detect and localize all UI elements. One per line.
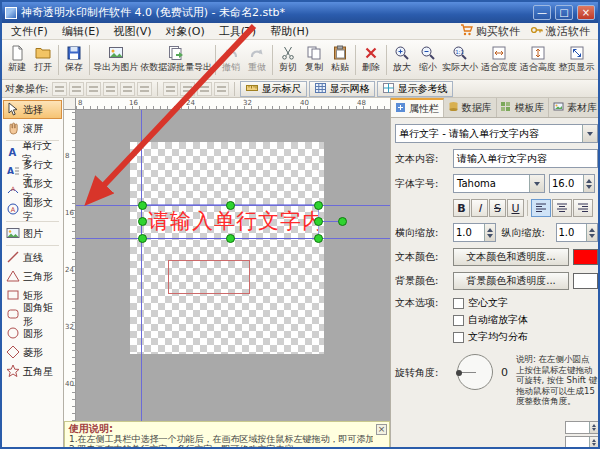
show-grid-toggle[interactable]: 显示网格	[309, 81, 375, 97]
toolbar-zoom-out[interactable]: 缩小	[415, 44, 441, 75]
bg-color-button[interactable]: 背景颜色和透明度...	[453, 272, 569, 290]
selection-handle[interactable]	[314, 217, 323, 226]
menu-tools[interactable]: 工具(T)	[212, 23, 263, 40]
strikethrough-button[interactable]: S	[489, 199, 506, 217]
selection-handle[interactable]	[226, 201, 235, 210]
toolbar-export-image[interactable]: 导出为图片	[92, 44, 139, 75]
distribute-horizontal-icon[interactable]	[163, 82, 178, 96]
align-right-icon[interactable]	[86, 82, 101, 96]
minimize-button[interactable]: —	[533, 5, 551, 20]
hscale-spinner[interactable]: 1.0	[453, 223, 496, 242]
grid-icon	[315, 83, 326, 95]
selection-handle[interactable]	[314, 234, 323, 243]
export-image-icon	[107, 45, 125, 61]
menu-object[interactable]: 对象(O)	[159, 23, 212, 40]
menu-file[interactable]: 文件(F)	[4, 23, 55, 40]
menu-help[interactable]: 帮助(H)	[263, 23, 316, 40]
toolbar-redo[interactable]: 重做	[244, 44, 270, 75]
align-center-button[interactable]	[552, 199, 572, 217]
tool-select[interactable]: 选择	[3, 100, 62, 119]
info-close-button[interactable]: ×	[376, 424, 387, 435]
toolbar-batch-export[interactable]: 依数据源批量导出	[139, 44, 213, 75]
ruler-number: 32	[65, 323, 74, 331]
toolbar-actual-size[interactable]: 1:1实际大小	[441, 44, 480, 75]
hollow-text-checkbox[interactable]: 空心文字	[453, 296, 508, 310]
maximize-button[interactable]: □	[555, 5, 573, 20]
object-selector-dropdown[interactable]: 单行文字 - 请输入单行文字内容	[395, 124, 598, 143]
toolbar-fit-page[interactable]: 整页显示	[557, 44, 596, 75]
toolbar-undo[interactable]: 撤销	[218, 44, 244, 75]
align-right-button[interactable]	[573, 199, 593, 217]
toolbar-fit-width[interactable]: 适合宽度	[480, 44, 519, 75]
tool-pan[interactable]: 滚屏	[3, 119, 62, 138]
text-color-button[interactable]: 文本颜色和透明度...	[453, 248, 569, 266]
tab-materials[interactable]: 素材库	[549, 98, 600, 117]
activate-software-button[interactable]: 激活软件	[530, 24, 590, 39]
mini-spinner-2[interactable]	[565, 436, 599, 449]
tool-line[interactable]: 直线	[3, 248, 62, 267]
tab-templates[interactable]: 模板库	[497, 98, 550, 117]
menu-view[interactable]: 视图(V)	[106, 23, 158, 40]
auto-scale-font-checkbox[interactable]: 自动缩放字体	[453, 313, 528, 327]
rotation-dial[interactable]	[457, 354, 493, 390]
toolbar-fit-height[interactable]: 适合高度	[518, 44, 557, 75]
menu-edit[interactable]: 编辑(E)	[55, 23, 107, 40]
document-page[interactable]	[130, 142, 324, 354]
vscale-spinner[interactable]: 1.0	[556, 223, 599, 242]
selection-handle[interactable]	[138, 201, 147, 210]
text-color-swatch[interactable]	[573, 249, 598, 265]
tab-properties[interactable]: 属性栏	[391, 98, 444, 117]
tool-label: 圆形	[23, 327, 43, 341]
tool-rounded-rectangle[interactable]: 圆角矩形	[3, 305, 62, 324]
even-distribution-checkbox[interactable]: 文字均匀分布	[453, 330, 528, 344]
tool-diamond[interactable]: 菱形	[3, 343, 62, 362]
selection-handle[interactable]	[138, 234, 147, 243]
align-bottom-icon[interactable]	[137, 82, 152, 96]
toolbar-delete[interactable]: 删除	[358, 44, 384, 75]
canvas-workspace[interactable]: 请输入单行文字内容	[76, 110, 390, 421]
toolbar-paste[interactable]: 粘贴	[327, 44, 353, 75]
font-size-spinner[interactable]: 16.0	[549, 174, 595, 193]
toolbar-new[interactable]: 新建	[4, 44, 30, 75]
tool-triangle[interactable]: 三角形	[3, 267, 62, 286]
italic-button[interactable]: I	[471, 199, 488, 217]
canvas-rectangle-object[interactable]	[168, 260, 250, 294]
toolbar-copy[interactable]: 复制	[301, 44, 327, 75]
align-top-icon[interactable]	[103, 82, 118, 96]
toolbar-save[interactable]: 保存	[61, 44, 87, 75]
tool-star[interactable]: 五角星	[3, 362, 62, 381]
show-ruler-toggle[interactable]: 显示标尺	[240, 81, 307, 97]
tool-label: 圆角矩形	[23, 301, 59, 329]
rotation-handle[interactable]	[338, 217, 347, 226]
tab-database[interactable]: 数据库	[444, 98, 497, 117]
tool-circle-text[interactable]: A圆形文字	[3, 200, 62, 219]
distribute-vertical-icon[interactable]	[180, 82, 195, 96]
show-ruler-label: 显示标尺	[261, 82, 301, 96]
text-content-input[interactable]: 请输入单行文字内容	[453, 149, 598, 168]
toolbar-zoom-in[interactable]: 放大	[389, 44, 415, 75]
chevron-down-icon	[582, 125, 597, 142]
font-family-dropdown[interactable]: Tahoma	[453, 174, 545, 193]
show-guides-toggle[interactable]: 显示参考线	[377, 81, 453, 97]
svg-text:A: A	[11, 185, 16, 192]
send-backward-icon[interactable]	[214, 82, 229, 96]
bold-button[interactable]: B	[453, 199, 470, 217]
selection-handle[interactable]	[314, 201, 323, 210]
align-center-icon[interactable]	[69, 82, 84, 96]
selection-handle[interactable]	[138, 217, 147, 226]
close-button[interactable]: ×	[577, 5, 595, 20]
toolbar-open[interactable]: 打开	[30, 44, 56, 75]
underline-button[interactable]: U	[507, 199, 524, 217]
selection-handle[interactable]	[226, 234, 235, 243]
align-middle-icon[interactable]	[120, 82, 135, 96]
tool-image[interactable]: 图片	[3, 224, 62, 243]
dial-dot[interactable]	[456, 370, 462, 376]
align-left-icon[interactable]	[52, 82, 67, 96]
align-left-button[interactable]	[531, 199, 551, 217]
mini-spinner-1[interactable]	[565, 421, 599, 434]
toolbar-cut[interactable]: 剪切	[275, 44, 301, 75]
bg-color-swatch[interactable]	[573, 273, 598, 289]
tab-label: 属性栏	[409, 102, 439, 116]
bring-forward-icon[interactable]	[197, 82, 212, 96]
buy-software-button[interactable]: 购买软件	[460, 24, 520, 39]
